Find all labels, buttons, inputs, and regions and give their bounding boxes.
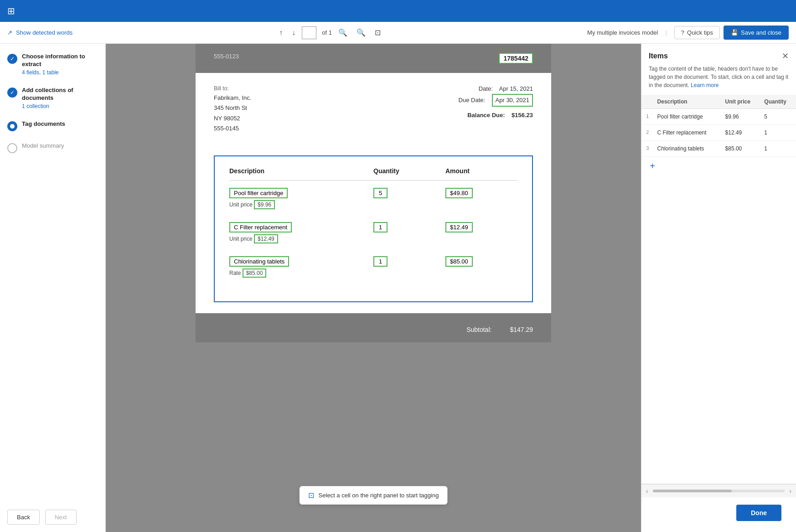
item-name-box-2: C Filter replacement bbox=[229, 222, 292, 232]
item-unit-2: Unit price $12.49 bbox=[229, 234, 373, 243]
invoice-top-section: 555-0123 1785442 bbox=[196, 44, 551, 73]
due-date-label: Due Date: bbox=[459, 97, 486, 103]
item-name-box-3: Chlorinating tablets bbox=[229, 256, 289, 267]
sidebar-step-choose-info[interactable]: ✓ Choose information to extract 4 fields… bbox=[7, 53, 98, 76]
address2: NY 98052 bbox=[214, 114, 251, 124]
step-subtitle-2: 1 collection bbox=[22, 103, 98, 109]
row-num-3: 3 bbox=[641, 141, 654, 157]
back-btn[interactable]: Back bbox=[7, 510, 40, 525]
date-label: Date: bbox=[479, 85, 493, 92]
step-icon-3 bbox=[7, 121, 17, 131]
top-bar: ⊞ bbox=[0, 0, 796, 22]
learn-more-link[interactable]: Learn more bbox=[691, 82, 718, 88]
scroll-arrows-bar: ‹ › bbox=[641, 484, 796, 497]
panel-content: Description Unit price Quantity 1 Pool f… bbox=[641, 95, 796, 484]
step-icon-4 bbox=[7, 143, 17, 153]
item-desc-1: Pool filter cartridge Unit price $9.96 bbox=[229, 188, 373, 209]
bill-to-section: Bill to: Fabrikam, Inc. 345 North St NY … bbox=[214, 84, 533, 134]
item-amount-2: $12.49 bbox=[445, 222, 517, 232]
table-row[interactable]: 1 Pool filter cartridge $9.96 5 bbox=[641, 109, 796, 125]
item-qty-2: 1 bbox=[373, 222, 445, 232]
company-name: Fabrikam, Inc. bbox=[214, 93, 251, 103]
panel-description: Tag the content of the table, headers do… bbox=[641, 65, 796, 95]
row-qty-2[interactable]: 1 bbox=[760, 125, 796, 141]
invoice-bottom-section: Subtotal: $147.29 bbox=[196, 313, 551, 342]
row-num-2: 2 bbox=[641, 125, 654, 141]
item-price-1: $9.96 bbox=[254, 200, 275, 209]
item-price-3: $85.00 bbox=[243, 269, 267, 278]
next-btn[interactable]: Next bbox=[45, 510, 77, 525]
table-row[interactable]: 2 C Filter replacement $12.49 1 bbox=[641, 125, 796, 141]
done-btn[interactable]: Done bbox=[736, 505, 781, 521]
col-desc-header: Description bbox=[229, 167, 373, 175]
step-title-4: Model summary bbox=[22, 142, 98, 150]
zoom-in-btn[interactable]: 🔍 bbox=[354, 26, 368, 39]
page-up-btn[interactable]: ↑ bbox=[276, 27, 285, 39]
col-description-header: Description bbox=[654, 95, 722, 109]
page-down-btn[interactable]: ↓ bbox=[289, 27, 298, 39]
step-icon-1: ✓ bbox=[7, 54, 17, 64]
row-price-1[interactable]: $9.96 bbox=[722, 109, 761, 125]
save-and-close-btn[interactable]: 💾 Save and close bbox=[724, 26, 789, 40]
right-actions: My multiple invoices model | ? Quick tip… bbox=[587, 26, 789, 40]
date-value: Apr 15, 2021 bbox=[499, 85, 533, 92]
panel-header: Items ✕ bbox=[641, 44, 796, 65]
scroll-right-btn[interactable]: › bbox=[786, 486, 794, 496]
row-price-3[interactable]: $85.00 bbox=[722, 141, 761, 157]
quick-tips-btn[interactable]: ? Quick tips bbox=[674, 26, 720, 39]
model-label: My multiple invoices model bbox=[587, 29, 658, 36]
step-title-2: Add collections of documents bbox=[22, 87, 98, 102]
item-price-2: $12.49 bbox=[254, 234, 278, 243]
step-title-1: Choose information to extract bbox=[22, 53, 98, 68]
sidebar-step-add-collections[interactable]: ✓ Add collections of documents 1 collect… bbox=[7, 87, 98, 109]
item-name-box-1: Pool filter cartridge bbox=[229, 188, 288, 198]
question-icon: ? bbox=[681, 29, 684, 36]
address1: 345 North St bbox=[214, 103, 251, 113]
grid-icon[interactable]: ⊞ bbox=[7, 5, 15, 16]
table-header-row: Description Unit price Quantity bbox=[641, 95, 796, 109]
bottom-nav: Back Next bbox=[0, 502, 106, 532]
balance-due-label: Balance Due: bbox=[467, 112, 505, 119]
sidebar-step-model-summary[interactable]: Model summary bbox=[7, 142, 98, 153]
page-number-input[interactable]: 1 bbox=[302, 26, 316, 39]
step-icon-2: ✓ bbox=[7, 88, 17, 98]
row-desc-2[interactable]: C Filter replacement bbox=[654, 125, 722, 141]
panel-close-btn[interactable]: ✕ bbox=[782, 51, 789, 61]
right-panel: Items ✕ Tag the content of the table, he… bbox=[641, 44, 796, 532]
col-quantity-header: Quantity bbox=[760, 95, 796, 109]
tagging-tooltip: ⊡ Select a cell on the right panel to st… bbox=[300, 486, 448, 505]
save-icon: 💾 bbox=[731, 29, 738, 36]
subtotal-value: $147.29 bbox=[510, 326, 533, 333]
invoice-table-wrapper: Description Quantity Amount Pool filter … bbox=[196, 155, 551, 313]
add-row-btn[interactable]: + bbox=[645, 159, 660, 173]
table-row[interactable]: 3 Chlorinating tablets $85.00 1 bbox=[641, 141, 796, 157]
bill-to-label: Bill to: bbox=[214, 84, 251, 93]
zoom-out-btn[interactable]: 🔍 bbox=[336, 26, 350, 39]
row-qty-3[interactable]: 1 bbox=[760, 141, 796, 157]
item-desc-2: C Filter replacement Unit price $12.49 bbox=[229, 222, 373, 243]
invoice-billing-section: Bill to: Fabrikam, Inc. 345 North St NY … bbox=[196, 73, 551, 155]
item-unit-1: Unit price $9.96 bbox=[229, 200, 373, 209]
row-qty-1[interactable]: 5 bbox=[760, 109, 796, 125]
item-unit-3: Rate $85.00 bbox=[229, 269, 373, 278]
sidebar-step-tag-documents[interactable]: Tag documents bbox=[7, 120, 98, 131]
phone2: 555-0145 bbox=[214, 124, 251, 134]
item-qty-3: 1 bbox=[373, 256, 445, 267]
row-desc-1[interactable]: Pool filter cartridge bbox=[654, 109, 722, 125]
subtotal-label: Subtotal: bbox=[466, 326, 491, 333]
svg-point-0 bbox=[10, 124, 15, 129]
invoice-number-box: 1785442 bbox=[499, 53, 533, 64]
invoice-row-1: Pool filter cartridge Unit price $9.96 5… bbox=[229, 188, 517, 209]
invoice-row-3: Chlorinating tablets Rate $85.00 1 $85.0… bbox=[229, 256, 517, 278]
panel-footer: ‹ › Done bbox=[641, 484, 796, 532]
invoice-table-header: Description Quantity Amount bbox=[229, 167, 517, 181]
item-amount-3: $85.00 bbox=[445, 256, 517, 267]
row-price-2[interactable]: $12.49 bbox=[722, 125, 761, 141]
show-detected-words-btn[interactable]: ↗ Show detected words bbox=[7, 29, 72, 36]
balance-due-value: $156.23 bbox=[512, 112, 533, 119]
fit-btn[interactable]: ⊡ bbox=[372, 26, 383, 39]
row-desc-3[interactable]: Chlorinating tablets bbox=[654, 141, 722, 157]
step-title-3: Tag documents bbox=[22, 120, 98, 128]
scroll-left-btn[interactable]: ‹ bbox=[643, 486, 651, 496]
items-table: Description Unit price Quantity 1 Pool f… bbox=[641, 95, 796, 157]
